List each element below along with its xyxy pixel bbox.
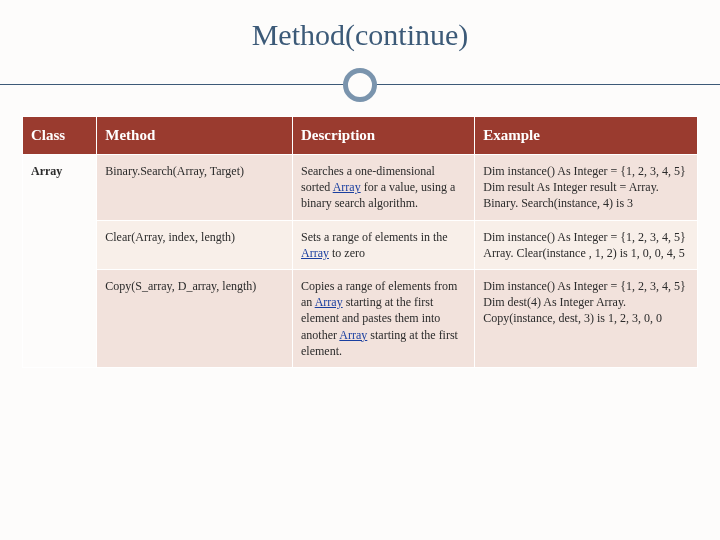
class-cell: Array [23, 155, 97, 368]
method-name: Binary.Search(Array, Target) [97, 155, 293, 221]
method-name: Clear(Array, index, length) [97, 220, 293, 269]
method-name: Copy(S_array, D_array, length) [97, 269, 293, 367]
array-link[interactable]: Array [333, 180, 361, 194]
array-link[interactable]: Array [339, 328, 367, 342]
divider [22, 62, 698, 108]
divider-ring-icon [343, 68, 377, 102]
slide-title: Method(continue) [22, 18, 698, 52]
method-description: Copies a range of elements from an Array… [293, 269, 475, 367]
slide: Method(continue) Class Method Descriptio… [0, 0, 720, 540]
desc-text: to zero [329, 246, 365, 260]
header-description: Description [293, 117, 475, 155]
method-description: Sets a range of elements in the Array to… [293, 220, 475, 269]
table-header-row: Class Method Description Example [23, 117, 698, 155]
method-description: Searches a one-dimensional sorted Array … [293, 155, 475, 221]
table-row: Copy(S_array, D_array, length) Copies a … [23, 269, 698, 367]
title-wrap: Method(continue) [22, 18, 698, 52]
desc-text: Sets a range of elements in the [301, 230, 448, 244]
method-example: Dim instance() As Integer = {1, 2, 3, 4,… [475, 269, 698, 367]
method-example: Dim instance() As Integer = {1, 2, 3, 4,… [475, 155, 698, 221]
method-example: Dim instance() As Integer = {1, 2, 3, 4,… [475, 220, 698, 269]
table-row: Clear(Array, index, length) Sets a range… [23, 220, 698, 269]
header-example: Example [475, 117, 698, 155]
header-class: Class [23, 117, 97, 155]
methods-table: Class Method Description Example Array B… [22, 116, 698, 368]
header-method: Method [97, 117, 293, 155]
array-link[interactable]: Array [315, 295, 343, 309]
array-link[interactable]: Array [301, 246, 329, 260]
table-row: Array Binary.Search(Array, Target) Searc… [23, 155, 698, 221]
